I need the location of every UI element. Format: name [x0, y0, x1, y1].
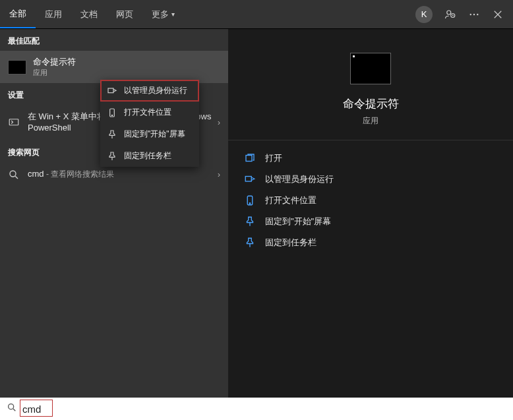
- settings-icon: [8, 117, 20, 129]
- open-location-icon: [244, 195, 256, 206]
- run-admin-icon: [244, 173, 256, 185]
- more-icon[interactable]: [468, 9, 480, 20]
- action-open-location[interactable]: 打开文件位置: [244, 195, 497, 206]
- ctx-pin-taskbar[interactable]: 固定到任务栏: [100, 145, 199, 167]
- svg-point-10: [249, 203, 251, 204]
- chevron-right-icon: ›: [218, 118, 220, 127]
- header-tabs: 全部 应用 文档 网页 更多▾: [0, 0, 184, 28]
- svg-rect-5: [9, 119, 18, 125]
- svg-point-13: [111, 115, 112, 115]
- best-match-subtitle: 应用: [33, 68, 76, 78]
- svg-point-2: [470, 13, 471, 15]
- user-avatar[interactable]: K: [415, 6, 433, 23]
- close-icon[interactable]: [492, 9, 504, 20]
- section-best-match: 最佳匹配: [0, 29, 228, 51]
- header-actions: K: [415, 6, 513, 23]
- preview-title: 命令提示符: [343, 96, 399, 111]
- pin-taskbar-icon: [244, 237, 256, 249]
- pin-start-icon: [107, 129, 117, 140]
- run-admin-icon: [107, 86, 117, 96]
- ctx-run-admin[interactable]: 以管理员身份运行: [100, 80, 199, 102]
- pin-start-icon: [244, 216, 256, 227]
- tab-docs[interactable]: 文档: [71, 0, 107, 28]
- tab-all[interactable]: 全部: [0, 0, 36, 28]
- context-menu: 以管理员身份运行 打开文件位置 固定到"开始"屏幕 固定到任务栏: [100, 80, 199, 167]
- chevron-down-icon: ▾: [171, 11, 175, 18]
- action-open[interactable]: 打开: [244, 152, 497, 164]
- svg-point-3: [473, 13, 475, 15]
- search-input[interactable]: [22, 404, 506, 415]
- ctx-pin-start[interactable]: 固定到"开始"屏幕: [100, 123, 199, 145]
- web-search-text: cmd - 查看网络搜索结果: [28, 169, 218, 180]
- preview-actions: 打开 以管理员身份运行 打开文件位置 固定到"开始"屏幕 固定到任务栏: [228, 140, 513, 260]
- svg-point-0: [447, 11, 451, 15]
- preview-pane: 命令提示符 应用 打开 以管理员身份运行 打开文件位置 固定到"开始"屏幕: [228, 29, 513, 398]
- open-location-icon: [107, 107, 117, 118]
- open-icon: [244, 152, 256, 164]
- action-pin-taskbar[interactable]: 固定到任务栏: [244, 237, 497, 249]
- preview-subtitle: 应用: [363, 115, 378, 127]
- best-match-item[interactable]: 命令提示符 应用: [0, 51, 228, 83]
- chevron-right-icon: ›: [218, 170, 220, 179]
- tab-web[interactable]: 网页: [107, 0, 142, 28]
- feedback-icon[interactable]: [444, 9, 456, 20]
- svg-point-6: [10, 171, 16, 177]
- svg-point-4: [477, 13, 478, 15]
- action-pin-start[interactable]: 固定到"开始"屏幕: [244, 216, 497, 227]
- svg-rect-7: [246, 156, 252, 162]
- svg-rect-8: [245, 177, 251, 182]
- svg-rect-11: [108, 88, 113, 93]
- action-run-admin[interactable]: 以管理员身份运行: [244, 173, 497, 185]
- cmd-thumb-icon: [8, 60, 26, 75]
- best-match-title: 命令提示符: [33, 56, 76, 68]
- preview-app-icon: [350, 53, 391, 84]
- tab-apps[interactable]: 应用: [36, 0, 71, 28]
- ctx-open-location[interactable]: 打开文件位置: [100, 102, 199, 123]
- header-bar: 全部 应用 文档 网页 更多▾ K: [0, 0, 513, 29]
- tab-more[interactable]: 更多▾: [142, 0, 184, 28]
- search-icon: [8, 169, 20, 181]
- search-icon: [7, 402, 17, 415]
- search-bar: [0, 398, 513, 420]
- pin-taskbar-icon: [107, 151, 117, 162]
- svg-point-14: [9, 404, 14, 409]
